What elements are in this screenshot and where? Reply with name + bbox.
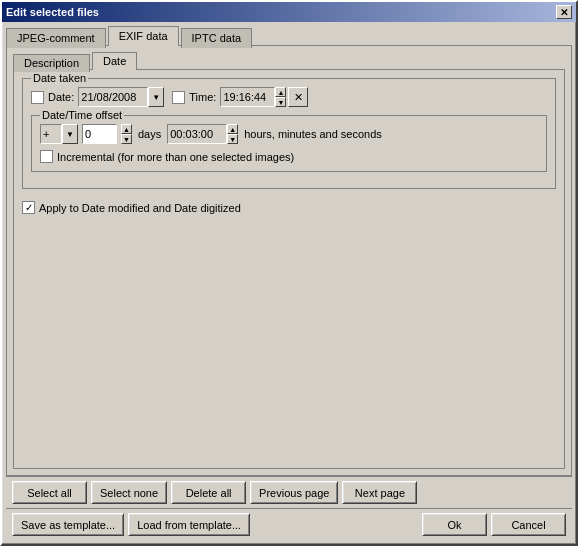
delete-all-button[interactable]: Delete all [171,481,246,504]
datetime-offset-group: Date/Time offset + ▼ 0 [31,115,547,172]
ok-button[interactable]: Ok [422,513,487,536]
datetime-offset-label: Date/Time offset [40,109,124,121]
days-label: days [138,128,161,140]
days-spin-up[interactable]: ▲ [121,124,132,134]
date-label: Date: [48,91,74,103]
apply-row: Apply to Date modified and Date digitize… [22,201,556,214]
bottom-section: Select all Select none Delete all Previo… [6,476,572,540]
date-taken-group: Date taken Date: 21/08/2008 ▼ Time: [22,78,556,189]
time-offset-spin-buttons: ▲ ▼ [227,124,238,144]
tab-date[interactable]: Date [92,52,137,70]
tab-iptc-data[interactable]: IPTC data [181,28,253,48]
plus-minus-select[interactable]: + [40,124,62,144]
hours-label: hours, minutes and seconds [244,128,382,140]
load-from-template-button[interactable]: Load from template... [128,513,250,536]
time-offset-spin-down[interactable]: ▼ [227,134,238,144]
time-spin: ▲ ▼ [275,87,286,107]
previous-page-button[interactable]: Previous page [250,481,338,504]
tab-exif-data[interactable]: EXIF data [108,26,179,46]
time-spin-buttons: ▲ ▼ [275,87,286,107]
days-input[interactable]: 0 [82,124,117,144]
date-checkbox[interactable] [31,91,44,104]
select-all-button[interactable]: Select all [12,481,87,504]
time-spin-up[interactable]: ▲ [275,87,286,97]
cancel-button[interactable]: Cancel [491,513,566,536]
btn-row-1: Select all Select none Delete all Previo… [6,476,572,508]
apply-label: Apply to Date modified and Date digitize… [39,202,241,214]
top-tab-bar: JPEG-comment EXIF data IPTC data [6,26,572,46]
time-spin-down[interactable]: ▼ [275,97,286,107]
time-checkbox[interactable] [172,91,185,104]
inner-tab-bar: Description Date [13,52,565,70]
incremental-checkbox[interactable] [40,150,53,163]
time-wrapper: Time: 19:16:44 ▲ ▼ ✕ [172,87,308,107]
apply-checkbox[interactable] [22,201,35,214]
date-row: Date: 21/08/2008 ▼ Time: 19:16:44 [31,87,547,107]
plus-minus-combo: + ▼ [40,124,78,144]
date-dropdown-btn[interactable]: ▼ [148,87,164,107]
date-combo: 21/08/2008 ▼ [78,87,164,107]
days-input-wrapper: 0 ▲ ▼ [78,124,132,144]
incremental-label: Incremental (for more than one selected … [57,151,294,163]
select-none-button[interactable]: Select none [91,481,167,504]
main-window: Edit selected files ✕ JPEG-comment EXIF … [0,0,578,546]
window-body: JPEG-comment EXIF data IPTC data Descrip… [2,22,576,544]
time-input[interactable]: 19:16:44 [220,87,275,107]
offset-row: + ▼ 0 ▲ ▼ [40,124,538,144]
window-title: Edit selected files [6,6,99,18]
tab-content-area: Description Date Date taken Date: 21/08 [6,45,572,476]
title-bar: Edit selected files ✕ [2,2,576,22]
time-clear-btn[interactable]: ✕ [288,87,308,107]
inner-content: Date taken Date: 21/08/2008 ▼ Time: [13,69,565,469]
days-spin-down[interactable]: ▼ [121,134,132,144]
next-page-button[interactable]: Next page [342,481,417,504]
time-offset-spin-up[interactable]: ▲ [227,124,238,134]
tab-jpeg-comment[interactable]: JPEG-comment [6,28,106,48]
days-spin-buttons: ▲ ▼ [121,124,132,144]
date-input[interactable]: 21/08/2008 [78,87,148,107]
btn-row-2: Save as template... Load from template..… [6,508,572,540]
spacer [252,513,420,536]
time-offset-wrapper: 00:03:00 ▲ ▼ [167,124,238,144]
date-taken-label: Date taken [31,72,88,84]
plus-minus-dropdown[interactable]: ▼ [62,124,78,144]
tab-description[interactable]: Description [13,54,90,72]
close-button[interactable]: ✕ [556,5,572,19]
time-offset-input[interactable]: 00:03:00 [167,124,227,144]
incremental-row: Incremental (for more than one selected … [40,150,538,163]
time-label: Time: [189,91,216,103]
save-as-template-button[interactable]: Save as template... [12,513,124,536]
